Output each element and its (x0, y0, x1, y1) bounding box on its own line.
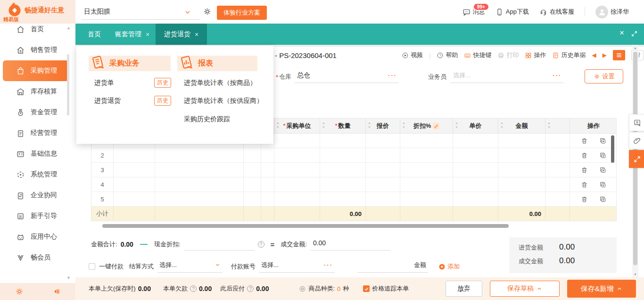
help-button[interactable]: 帮助 (437, 51, 458, 59)
one-click-pay-checkbox[interactable] (89, 263, 95, 270)
fullscreen-icon[interactable] (631, 30, 638, 37)
history-docs-button[interactable]: 历史单据 (552, 51, 586, 59)
table-cell[interactable] (244, 177, 261, 192)
account-selector[interactable]: 日太阳膜 (81, 4, 200, 20)
pay-amount-input[interactable]: 金额 (357, 260, 428, 273)
column-header-采购单位[interactable]: ▲▼*采购单位 (274, 118, 320, 133)
menu-item-report-by-supplier[interactable]: 进货单统计表（按供应商） (184, 97, 263, 105)
copy-row-icon[interactable] (599, 152, 606, 159)
table-cell[interactable] (114, 148, 155, 162)
table-cell[interactable] (114, 163, 155, 177)
deal-amount-field[interactable]: 0.00 (310, 238, 390, 250)
sidebar-item-app-center[interactable]: 应用中心 (0, 226, 75, 247)
question-circle-icon[interactable]: ? (258, 241, 264, 248)
sidebar-scroll-up-icon[interactable]: ▲ (66, 25, 71, 30)
table-cell[interactable] (274, 192, 320, 206)
discount-input[interactable] (184, 238, 255, 250)
save-and-new-button[interactable]: 保存&新增 (567, 280, 636, 298)
table-cell[interactable] (274, 163, 320, 177)
question-circle-icon[interactable]: ? (247, 285, 254, 292)
column-header-折扣%[interactable]: ▲▼折扣% (400, 118, 453, 133)
table-cell[interactable] (366, 192, 400, 206)
table-cell[interactable] (498, 163, 545, 177)
list-view-toggle[interactable] (613, 50, 625, 60)
table-cell[interactable] (261, 148, 274, 162)
table-cell[interactable] (453, 148, 498, 162)
messages-button[interactable]: 消息 99+ (462, 8, 485, 16)
menu-item-purchase-order[interactable]: 进货单 (94, 79, 114, 87)
table-cell[interactable] (274, 177, 320, 192)
table-cell[interactable] (453, 133, 498, 148)
table-cell[interactable] (400, 133, 453, 148)
table-cell[interactable] (545, 177, 570, 192)
table-cell[interactable] (545, 163, 570, 177)
actions-button[interactable]: 操作 (525, 51, 546, 59)
delete-row-icon[interactable] (581, 137, 588, 144)
table-cell[interactable] (155, 163, 244, 177)
sidebar-item-home[interactable]: 首页 (0, 24, 75, 40)
expand-fullscreen-button[interactable] (629, 150, 644, 168)
table-cell[interactable] (244, 148, 261, 162)
table-cell[interactable] (453, 163, 498, 177)
table-cell[interactable] (155, 192, 244, 206)
menu-item-report-by-product[interactable]: 进货单统计表（按商品） (184, 79, 256, 87)
edit-column-icon[interactable] (433, 123, 439, 129)
table-cell[interactable] (274, 148, 320, 162)
add-payment-button[interactable]: 添加 (438, 262, 460, 271)
sort-icon[interactable]: ▲▼ (368, 121, 371, 130)
table-cell[interactable] (366, 163, 400, 177)
sort-icon[interactable]: ▲▼ (455, 121, 458, 130)
sidebar-item-membership[interactable]: 畅会员 (0, 247, 75, 268)
table-cell[interactable] (320, 177, 366, 192)
table-cell[interactable] (320, 148, 366, 162)
prev-doc-icon[interactable]: ◀ (592, 52, 596, 58)
table-cell[interactable] (498, 177, 545, 192)
table-cell[interactable] (545, 192, 570, 206)
table-cell[interactable] (545, 148, 570, 162)
question-circle-icon[interactable]: ? (190, 285, 197, 292)
sidebar-item-funds[interactable]: 资金管理 (0, 102, 75, 123)
delete-row-icon[interactable] (581, 167, 588, 174)
column-header-单价[interactable]: ▲▼单价 (453, 118, 498, 133)
menu-item-price-history[interactable]: 采购历史价跟踪 (184, 115, 230, 124)
close-all-tabs-icon[interactable]: × (619, 29, 624, 37)
scrollbar-thumb[interactable] (102, 224, 509, 228)
column-header-报价[interactable]: ▲▼报价 (366, 118, 400, 133)
salesman-field[interactable]: 选择... ··· (450, 71, 563, 83)
salesman-more-icon[interactable]: ··· (553, 72, 561, 79)
sidebar-item-purchase[interactable]: 采购管理 (3, 60, 69, 81)
table-cell[interactable] (498, 192, 545, 206)
table-cell[interactable] (453, 192, 498, 206)
copy-row-icon[interactable] (599, 181, 606, 188)
table-cell[interactable] (155, 148, 244, 162)
trial-plan-button[interactable]: 体验行业方案 (217, 6, 267, 20)
table-cell[interactable] (498, 133, 545, 148)
video-button[interactable]: 视频 (402, 51, 423, 59)
table-cell[interactable] (244, 192, 261, 206)
table-horizontal-scrollbar[interactable] (91, 224, 617, 228)
table-cell[interactable] (545, 133, 570, 148)
table-cell[interactable] (261, 177, 274, 192)
table-cell[interactable] (453, 177, 498, 192)
copy-row-icon[interactable] (599, 167, 606, 174)
menu-item-purchase-return[interactable]: 进货退货 (94, 97, 121, 105)
sort-icon[interactable]: ▲▼ (500, 121, 504, 130)
table-cell[interactable] (114, 177, 155, 192)
app-download-button[interactable]: App下载 (495, 8, 529, 16)
user-menu[interactable]: 徐泽华 (595, 6, 629, 18)
delete-row-icon[interactable] (581, 152, 588, 159)
delete-row-icon[interactable] (581, 196, 588, 203)
online-service-button[interactable]: 在线客服 (539, 8, 574, 16)
table-cell[interactable] (320, 133, 366, 148)
table-cell[interactable] (114, 192, 155, 206)
table-cell[interactable] (244, 163, 261, 177)
print-button[interactable]: 打印 (497, 51, 519, 59)
sidebar-scroll-down-icon[interactable]: ▼ (66, 275, 71, 280)
sidebar-item-collaboration[interactable]: 企业协同 (0, 185, 75, 206)
next-doc-icon[interactable]: ▶ (603, 52, 607, 58)
sort-icon[interactable]: ▲▼ (547, 121, 551, 130)
copy-row-icon[interactable] (599, 196, 606, 203)
sidebar-item-basic-info[interactable]: 基础信息 (0, 143, 75, 164)
sidebar-scrollbar[interactable] (67, 54, 69, 116)
sidebar-item-system[interactable]: 系统管理 (0, 164, 75, 185)
